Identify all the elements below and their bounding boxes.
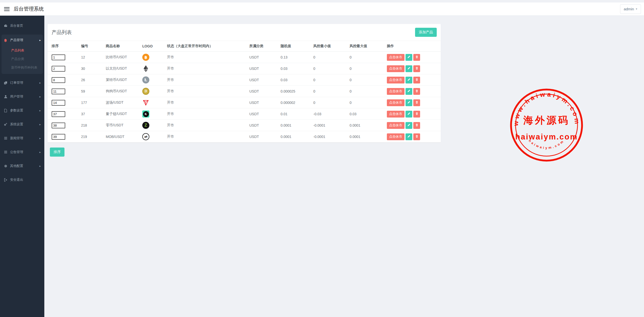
close-market-button[interactable]: 点击休市	[387, 88, 404, 95]
delete-button[interactable]	[413, 77, 420, 83]
cell-id: 37	[81, 108, 106, 120]
cell-name: 以太坊/USDT	[106, 63, 142, 74]
cell-risk_max: 0.03	[350, 108, 387, 120]
chevron-right-icon: ▸	[39, 123, 41, 126]
column-header: 风控最大值	[350, 41, 387, 52]
close-market-button[interactable]: 点击休市	[387, 122, 404, 129]
close-market-button[interactable]: 点击休市	[387, 133, 404, 140]
cell-status: 开市	[167, 131, 249, 142]
close-market-button[interactable]: 点击休市	[387, 99, 404, 106]
sidebar-item-news[interactable]: 新闻管理▸	[0, 133, 44, 143]
column-header: 商品名称	[106, 41, 142, 52]
chevron-down-icon: ▾	[636, 7, 637, 11]
sidebar-item-new-coin-list[interactable]: 新币申购币种列表	[2, 63, 43, 72]
sort-order-input[interactable]	[52, 54, 65, 60]
cell-id: 26	[81, 74, 106, 86]
sort-order-input[interactable]	[52, 100, 65, 106]
sort-order-input[interactable]	[52, 111, 65, 117]
cell-random: 0.03	[281, 63, 313, 74]
sidebar-item-other[interactable]: 其他配置▸	[0, 161, 44, 171]
pencil-icon	[407, 78, 411, 82]
ltc-logo-icon: Ł	[142, 76, 149, 83]
sidebar-item-notice[interactable]: 公告管理▸	[0, 147, 44, 157]
cell-risk_max: 0.0001	[350, 120, 387, 131]
column-header: 随机值	[281, 41, 313, 52]
table-row: 30以太坊/USDT开市USDT0.0300点击休市	[48, 63, 441, 74]
edit-button[interactable]	[405, 133, 412, 140]
cell-status: 开市	[167, 120, 249, 131]
sidebar-item-label: 新闻管理	[10, 136, 23, 140]
column-header: 排序	[48, 41, 81, 52]
trash-icon	[415, 78, 418, 82]
column-header: 风控最小值	[313, 41, 350, 52]
column-header: LOGO	[142, 41, 167, 52]
sort-submit-button[interactable]: 排序	[50, 148, 64, 157]
delete-button[interactable]	[413, 65, 420, 72]
list-icon	[4, 150, 8, 154]
cell-risk_min: 0	[313, 86, 350, 97]
delete-button[interactable]	[413, 88, 420, 95]
cell-risk_max: 0	[350, 86, 387, 97]
sidebar-item-products[interactable]: ฿产品管理▸	[2, 35, 43, 45]
cell-category: USDT	[249, 131, 281, 142]
chevron-right-icon: ▸	[39, 95, 41, 98]
cell-risk_min: -0.0001	[313, 120, 350, 131]
trash-icon	[415, 112, 418, 116]
cell-status: 开市	[167, 52, 249, 63]
sort-order-input[interactable]	[52, 123, 65, 128]
close-market-button[interactable]: 点击休市	[387, 54, 404, 61]
sidebar-item-params[interactable]: 参数设置▸	[0, 105, 44, 116]
column-header: 编号	[81, 41, 106, 52]
cell-risk_min: 0	[313, 97, 350, 108]
sidebar-item-users[interactable]: 用户管理▸	[0, 92, 44, 102]
edit-button[interactable]	[405, 65, 412, 72]
edit-button[interactable]	[405, 111, 412, 118]
pencil-icon	[407, 67, 411, 71]
cell-status: 开市	[167, 74, 249, 86]
chevron-right-icon: ▸	[39, 39, 41, 42]
user-name: admin	[624, 7, 634, 11]
main-content: 产品列表 添加产品 排序编号商品名称LOGO状态（大盘正常开市时间内）所属分类随…	[44, 16, 644, 317]
delete-button[interactable]	[413, 99, 420, 106]
user-dropdown[interactable]: admin ▾	[620, 4, 641, 14]
delete-button[interactable]	[413, 111, 420, 118]
add-product-button[interactable]: 添加产品	[415, 28, 437, 37]
user-icon	[4, 95, 8, 99]
delete-button[interactable]	[413, 54, 420, 61]
edit-button[interactable]	[405, 54, 412, 61]
close-market-button[interactable]: 点击休市	[387, 111, 404, 118]
sidebar-item-label: 系统设置	[10, 122, 23, 127]
sort-order-input[interactable]	[52, 77, 65, 83]
cell-name: 莱特币/USDT	[106, 74, 142, 86]
sidebar-item-system[interactable]: 系统设置▸	[0, 119, 44, 129]
close-market-button[interactable]: 点击休市	[387, 65, 404, 72]
edit-button[interactable]	[405, 88, 412, 95]
mob-logo-icon: ⇌	[142, 133, 149, 140]
sort-order-input[interactable]	[52, 134, 65, 140]
pencil-icon	[407, 112, 411, 116]
sort-order-input[interactable]	[52, 66, 65, 72]
delete-button[interactable]	[413, 133, 420, 140]
sidebar-item-product-list[interactable]: 产品列表	[2, 46, 43, 55]
sidebar-item-logout[interactable]: 安全退出	[0, 175, 44, 185]
product-list-panel: 产品列表 添加产品 排序编号商品名称LOGO状态（大盘正常开市时间内）所属分类随…	[48, 24, 441, 142]
sidebar-item-dashboard[interactable]: 后台首页	[0, 21, 44, 31]
edit-button[interactable]	[405, 77, 412, 83]
sidebar-item-product-category[interactable]: 产品分类	[2, 55, 43, 63]
cell-random: 0.0001	[281, 120, 313, 131]
cell-status: 开市	[167, 86, 249, 97]
sidebar-group-products: ฿产品管理▸产品列表产品分类新币申购币种列表	[2, 35, 43, 74]
menu-toggle-icon[interactable]	[4, 7, 10, 11]
cell-random: 0.13	[281, 52, 313, 63]
sort-order-input[interactable]	[52, 89, 65, 94]
trash-icon	[415, 89, 418, 93]
close-market-button[interactable]: 点击休市	[387, 77, 404, 83]
btc-logo-icon: ฿	[142, 54, 149, 61]
delete-button[interactable]	[413, 122, 420, 129]
cell-name: MOB/USDT	[106, 131, 142, 142]
edit-button[interactable]	[405, 99, 412, 106]
sidebar-item-orders[interactable]: 订单管理▸	[0, 78, 44, 88]
chevron-right-icon: ▸	[39, 151, 41, 154]
sidebar-item-label: 产品管理	[10, 38, 23, 42]
edit-button[interactable]	[405, 122, 412, 129]
